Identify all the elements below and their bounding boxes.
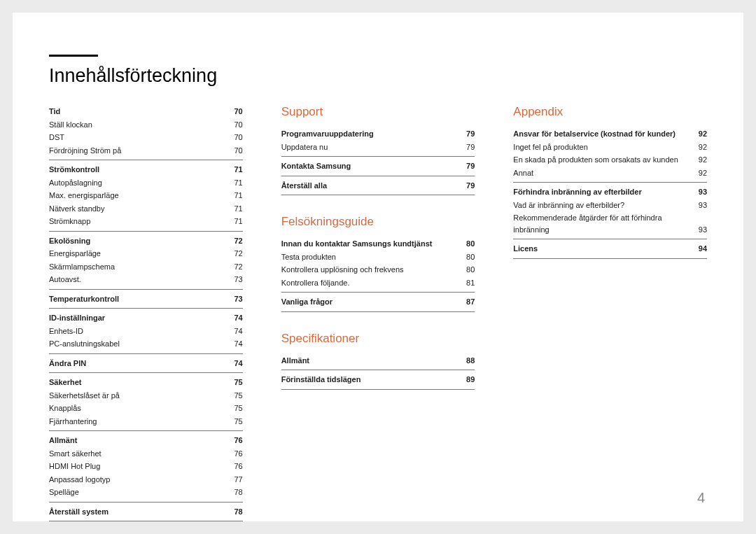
toc-entry-page: 75 xyxy=(226,416,243,428)
toc-entry[interactable]: Anpassad logotyp77 xyxy=(49,473,243,486)
toc-entry[interactable]: Programvaruuppdatering79 xyxy=(281,127,475,141)
toc-entry-label: Knapplås xyxy=(49,402,226,414)
divider xyxy=(49,521,243,521)
document-page: Innehållsförteckning Tid70Ställ klockan7… xyxy=(13,13,743,521)
toc-entry[interactable]: Temperaturkontroll73 xyxy=(49,293,243,306)
toc-entry[interactable]: Spelläge78 xyxy=(49,486,243,499)
toc-entry-page: 79 xyxy=(458,141,475,153)
toc-entry-page: 77 xyxy=(226,474,243,486)
toc-group: Strömkontroll71Autopåslagning71Max. ener… xyxy=(49,163,243,228)
toc-entry-label: Uppdatera nu xyxy=(281,141,458,153)
toc-entry[interactable]: Annat92 xyxy=(513,167,707,180)
toc-entry-page: 76 xyxy=(226,448,243,460)
toc-entry[interactable]: Fördröjning Ström på70 xyxy=(49,144,243,157)
toc-entry[interactable]: Kontakta Samsung79 xyxy=(281,160,475,173)
toc-entry-page: 73 xyxy=(226,274,243,286)
toc-entry[interactable]: DST70 xyxy=(49,131,243,144)
toc-entry[interactable]: Skärmlampschema72 xyxy=(49,260,243,274)
toc-entry-page: 72 xyxy=(226,248,243,260)
toc-entry[interactable]: HDMI Hot Plug76 xyxy=(49,460,243,473)
toc-entry[interactable]: Allmänt88 xyxy=(281,354,475,367)
toc-entry-label: HDMI Hot Plug xyxy=(49,461,226,472)
toc-entry-page: 92 xyxy=(690,141,707,153)
toc-entry[interactable]: Testa produkten80 xyxy=(281,251,475,264)
toc-entry[interactable]: Autoavst.73 xyxy=(49,273,243,286)
toc-entry[interactable]: Energisparläge72 xyxy=(49,247,243,260)
chapter-heading[interactable]: Felsökningsguide xyxy=(281,215,475,229)
toc-entry-label: Återställ system xyxy=(49,506,226,518)
toc-group: Licens94 xyxy=(513,242,707,255)
toc-entry[interactable]: Tid70 xyxy=(49,105,243,118)
toc-entry[interactable]: Säkerhetslåset är på75 xyxy=(49,389,243,402)
toc-entry-page: 92 xyxy=(690,154,707,166)
toc-entry-page: 70 xyxy=(226,145,243,157)
toc-entry[interactable]: Strömkontroll71 xyxy=(49,163,243,176)
toc-entry[interactable]: Innan du kontaktar Samsungs kundtjänst80 xyxy=(281,237,475,251)
toc-entry-label: Ansvar för betalservice (kostnad för kun… xyxy=(513,128,690,140)
toc-entry[interactable]: Rekommenderade åtgärder för att förhindr… xyxy=(513,211,707,236)
toc-entry[interactable]: Knapplås75 xyxy=(49,402,243,415)
divider xyxy=(49,372,243,373)
chapter-heading[interactable]: Support xyxy=(281,105,475,119)
divider xyxy=(513,258,707,259)
toc-entry[interactable]: Uppdatera nu79 xyxy=(281,141,475,154)
divider xyxy=(281,195,475,195)
toc-entry[interactable]: Max. energisparläge71 xyxy=(49,189,243,202)
toc-entry[interactable]: Strömknapp71 xyxy=(49,215,243,228)
toc-entry[interactable]: Vanliga frågor87 xyxy=(281,295,475,309)
toc-entry[interactable]: Fjärrhantering75 xyxy=(49,415,243,428)
toc-entry[interactable]: Enhets-ID74 xyxy=(49,325,243,338)
toc-entry-label: Ekolösning xyxy=(49,235,226,247)
divider xyxy=(49,353,243,354)
toc-entry[interactable]: Återställ system78 xyxy=(49,505,243,519)
toc-entry-label: Kontrollera följande. xyxy=(281,277,458,289)
toc-entry-label: Fördröjning Ström på xyxy=(49,145,226,157)
toc-entry[interactable]: Licens94 xyxy=(513,242,707,255)
toc-entry[interactable]: Återställ alla79 xyxy=(281,179,475,192)
toc-entry[interactable]: Förhindra inbränning av efterbilder93 xyxy=(513,185,707,199)
divider xyxy=(49,502,243,503)
toc-entry[interactable]: Kontrollera upplösning och frekvens80 xyxy=(281,263,475,276)
toc-entry[interactable]: En skada på produkten som orsakats av ku… xyxy=(513,153,707,167)
toc-entry-page: 75 xyxy=(226,377,243,388)
toc-entry-label: Autopåslagning xyxy=(49,177,226,189)
toc-entry[interactable]: Ställ klockan70 xyxy=(49,118,243,132)
chapter-heading[interactable]: Specifikationer xyxy=(281,332,475,346)
toc-entry-label: Tid xyxy=(49,106,226,118)
chapter-heading[interactable]: Appendix xyxy=(513,105,707,119)
toc-entry[interactable]: Vad är inbränning av efterbilder?93 xyxy=(513,199,707,212)
toc-group: ID-inställningar74Enhets-ID74PC-anslutni… xyxy=(49,311,243,351)
toc-entry[interactable]: Ändra PIN74 xyxy=(49,357,243,370)
toc-entry-label: Inget fel på produkten xyxy=(513,141,690,153)
toc-entry-page: 71 xyxy=(226,164,243,176)
toc-entry[interactable]: Ansvar för betalservice (kostnad för kun… xyxy=(513,127,707,141)
toc-entry[interactable]: Allmänt76 xyxy=(49,434,243,447)
toc-entry[interactable]: Förinställda tidslägen89 xyxy=(281,373,475,386)
toc-entry[interactable]: Autopåslagning71 xyxy=(49,176,243,190)
toc-entry-page: 93 xyxy=(690,199,707,211)
toc-entry-label: Temperaturkontroll xyxy=(49,293,226,305)
toc-entry-page: 72 xyxy=(226,235,243,247)
toc-entry-page: 79 xyxy=(458,128,475,140)
toc-entry[interactable]: Nätverk standby71 xyxy=(49,202,243,216)
divider xyxy=(49,289,243,290)
toc-entry-page: 72 xyxy=(226,261,243,273)
toc-entry[interactable]: Inget fel på produkten92 xyxy=(513,141,707,154)
toc-entry-label: Säkerhetslåset är på xyxy=(49,390,226,402)
toc-group: Temperaturkontroll73 xyxy=(49,293,243,306)
divider xyxy=(513,182,707,183)
toc-entry[interactable]: Kontrollera följande.81 xyxy=(281,276,475,290)
toc-entry-page: 89 xyxy=(458,374,475,386)
toc-entry[interactable]: Ekolösning72 xyxy=(49,234,243,248)
toc-entry[interactable]: Smart säkerhet76 xyxy=(49,447,243,461)
toc-entry-page: 94 xyxy=(690,243,707,255)
toc-entry-label: Strömknapp xyxy=(49,216,226,227)
toc-group: Vanliga frågor87 xyxy=(281,295,475,309)
toc-entry[interactable]: PC-anslutningskabel74 xyxy=(49,337,243,351)
toc-entry-label: PC-anslutningskabel xyxy=(49,338,226,350)
toc-entry-label: Max. energisparläge xyxy=(49,190,226,202)
toc-entry[interactable]: Säkerhet75 xyxy=(49,376,243,389)
toc-entry-page: 88 xyxy=(458,355,475,367)
toc-entry[interactable]: ID-inställningar74 xyxy=(49,311,243,325)
toc-entry-page: 74 xyxy=(226,325,243,337)
